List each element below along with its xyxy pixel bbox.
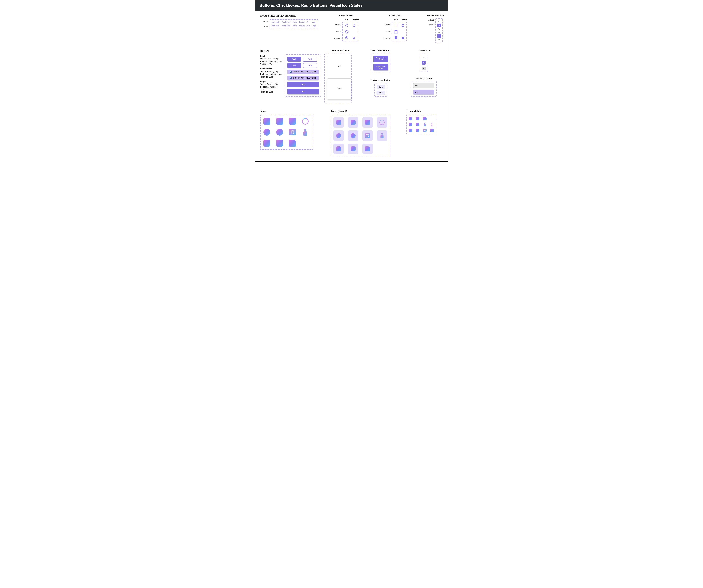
small-primary-button-hover[interactable]: Text bbox=[287, 63, 301, 68]
large-heading: Large bbox=[260, 80, 265, 83]
torso-b-icon bbox=[276, 139, 284, 147]
nav-link[interactable]: Browse bbox=[299, 21, 305, 23]
radio-mobile-default[interactable] bbox=[353, 24, 355, 27]
stork-icon bbox=[289, 139, 297, 147]
check-row-default: Default bbox=[384, 24, 390, 26]
doctor-icon-box[interactable] bbox=[377, 131, 387, 141]
radio-title: Radio Buttons bbox=[321, 14, 371, 17]
buttons-title: Buttons bbox=[260, 49, 321, 53]
edit-row-hover: Hover bbox=[428, 23, 434, 26]
small-ts: Text Size: 16px bbox=[260, 63, 282, 65]
torso-b-icon-box[interactable] bbox=[348, 144, 358, 154]
check-mobile-default[interactable] bbox=[402, 24, 404, 27]
torso-a-icon bbox=[263, 139, 271, 147]
check-col-mobile: Mobile bbox=[401, 18, 407, 21]
nav-link-hover[interactable]: Individuals bbox=[272, 25, 279, 27]
check-row-checked: Checked bbox=[384, 37, 390, 40]
small-vp: Vertical Padding: 16px bbox=[260, 58, 282, 60]
nav-label-default: Default bbox=[260, 20, 268, 23]
cycle-icon-m bbox=[430, 122, 434, 127]
pencil-icon[interactable]: ✎ bbox=[437, 20, 441, 24]
nav-link-hover[interactable]: Practitioners bbox=[282, 25, 291, 27]
small-outline-button-hover[interactable]: Text bbox=[303, 63, 317, 68]
small-primary-button[interactable]: Text bbox=[287, 57, 301, 62]
icons-title: Icons bbox=[260, 109, 324, 113]
menu-item-default[interactable]: Text bbox=[413, 83, 434, 88]
doctor-icon-m bbox=[423, 122, 427, 127]
large-primary-button-hover[interactable]: Text bbox=[287, 89, 319, 94]
radio-web-checked[interactable] bbox=[345, 36, 348, 39]
nav-link-hover[interactable]: Join bbox=[307, 25, 310, 27]
newsletter-button[interactable]: Stay in the know bbox=[373, 56, 388, 62]
cycle-icon bbox=[301, 117, 309, 125]
calendar-icon: MAR29 bbox=[289, 128, 297, 136]
clock-icon bbox=[276, 128, 284, 136]
home-field-card-hover[interactable]: Text bbox=[327, 78, 351, 99]
checkbox-title: Checkboxes bbox=[374, 14, 416, 17]
plus-icon-alt[interactable]: ＋ bbox=[437, 38, 441, 41]
cycle-icon-box[interactable] bbox=[377, 117, 387, 128]
legs-b-icon-m bbox=[416, 117, 420, 121]
icons-mobile-title: Icons Mobile bbox=[406, 109, 443, 113]
radio-web-default[interactable] bbox=[345, 24, 348, 27]
calendar-icon-box[interactable]: MAR29 bbox=[363, 131, 373, 141]
check-col-web: Web bbox=[394, 18, 398, 21]
stork-icon-box[interactable] bbox=[363, 144, 373, 154]
check-web-hover[interactable] bbox=[395, 30, 397, 33]
radio-row-checked: Checked bbox=[334, 37, 341, 40]
menu-item-hover[interactable]: Text bbox=[413, 90, 434, 95]
nav-link[interactable]: Login bbox=[312, 21, 316, 23]
nav-link[interactable]: Individuals bbox=[272, 21, 279, 23]
small-heading: Small bbox=[260, 55, 265, 57]
legs-c-icon-box[interactable] bbox=[363, 117, 373, 128]
nav-link-hover[interactable]: Browse bbox=[299, 25, 305, 27]
home-field-card[interactable]: Text bbox=[327, 56, 351, 77]
check-web-default[interactable] bbox=[395, 24, 397, 27]
uterus-icon-box[interactable] bbox=[333, 131, 344, 141]
legs-b-icon bbox=[276, 117, 284, 125]
home-fields-title: Home Page Fields bbox=[324, 49, 357, 52]
large-primary-button[interactable]: Text bbox=[287, 82, 319, 87]
footer-join-button-hover[interactable]: Join bbox=[377, 91, 385, 95]
close-icon-pressed[interactable]: ✕ bbox=[422, 67, 425, 70]
footer-join-button[interactable]: Join bbox=[377, 85, 385, 89]
pencil-icon-hover[interactable]: ✎ bbox=[437, 24, 441, 27]
social-vp: Vertical Padding: 16px bbox=[260, 70, 282, 73]
newsletter-button-hover[interactable]: Stay in the know bbox=[373, 64, 388, 70]
page-title: Buttons, Checkboxes, Radio Buttons, Visu… bbox=[255, 0, 448, 11]
legs-a-icon-m bbox=[408, 117, 412, 121]
doctor-icon bbox=[301, 128, 309, 136]
check-web-checked[interactable]: ✓ bbox=[395, 36, 397, 39]
plus-icon-hover[interactable]: ＋ bbox=[437, 34, 441, 38]
large-ts: Text Size: 16px bbox=[260, 91, 282, 93]
social-heading: Social Media bbox=[260, 68, 272, 70]
radio-row-default: Default bbox=[334, 24, 341, 26]
nav-link-hover[interactable]: Login bbox=[312, 25, 316, 27]
radio-col-mobile: Mobile bbox=[353, 18, 359, 21]
radio-web-hover[interactable] bbox=[345, 30, 348, 33]
check-mobile-checked[interactable]: ✓ bbox=[402, 36, 404, 39]
plus-icon[interactable]: ＋ bbox=[437, 31, 441, 34]
legs-a-icon-box[interactable] bbox=[333, 117, 344, 128]
clock-icon-m bbox=[416, 122, 420, 127]
nav-link[interactable]: About bbox=[293, 21, 297, 23]
pencil-icon-alt[interactable]: ✎ bbox=[437, 27, 441, 31]
clock-icon-box[interactable] bbox=[348, 131, 358, 141]
cancel-title: Cancel Icon bbox=[405, 49, 443, 52]
social-signup-button[interactable]: fSIGN UP WITH (PLATFORM) bbox=[287, 70, 319, 74]
radio-row-hover: Hover bbox=[334, 30, 341, 33]
close-icon-hover[interactable]: ✕ bbox=[422, 61, 425, 65]
radio-mobile-checked[interactable] bbox=[353, 36, 355, 39]
nav-link[interactable]: Practitioners bbox=[282, 21, 291, 23]
social-signup-button-hover[interactable]: fSIGN UP WITH (PLATFORM) bbox=[287, 76, 319, 80]
close-icon[interactable]: ✕ bbox=[422, 56, 425, 59]
torso-a-icon-box[interactable] bbox=[333, 144, 344, 154]
torso-a-icon-m bbox=[408, 128, 412, 133]
small-outline-button[interactable]: Text bbox=[303, 57, 317, 62]
nav-link[interactable]: Join bbox=[307, 21, 310, 23]
legs-c-icon bbox=[289, 117, 297, 125]
facebook-icon: f bbox=[290, 71, 292, 73]
legs-b-icon-box[interactable] bbox=[348, 117, 358, 128]
legs-a-icon bbox=[263, 117, 271, 125]
nav-link-hover[interactable]: About bbox=[293, 25, 297, 27]
